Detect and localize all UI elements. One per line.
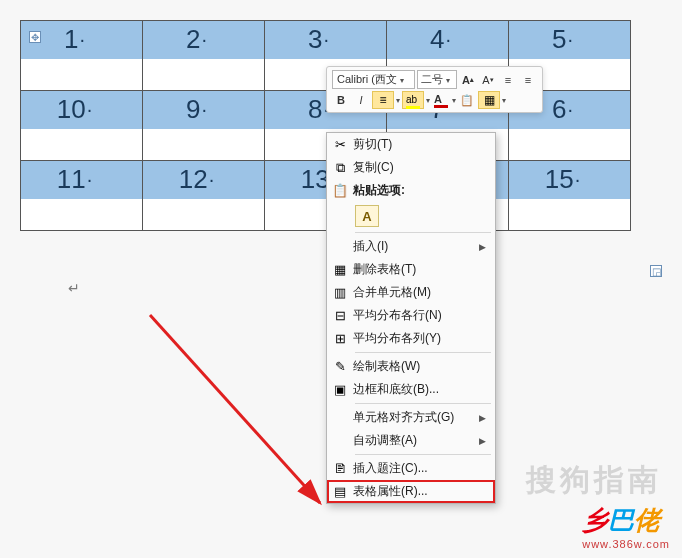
table-cell[interactable]: 9. [143,91,265,161]
cell-value: 15 [545,164,574,195]
menu-distribute-rows[interactable]: ⊟平均分布各行(N) [327,304,495,327]
submenu-arrow-icon: ▶ [479,242,489,252]
menu-paste-options-label: 📋粘贴选项: [327,179,495,202]
draw-table-icon: ✎ [327,359,353,374]
table-cell[interactable]: 12. [143,161,265,231]
shrink-font-button[interactable]: A▾ [479,71,497,89]
bold-button[interactable]: B [332,91,350,109]
font-color-dropdown[interactable]: ▾ [452,96,456,105]
properties-icon: ▤ [327,484,353,499]
italic-button[interactable]: I [352,91,370,109]
borders-icon: ▣ [327,382,353,397]
submenu-arrow-icon: ▶ [479,413,489,423]
cell-value: 9 [186,94,200,125]
table-cell[interactable]: 11. [21,161,143,231]
context-menu: ✂剪切(T) ⧉复制(C) 📋粘贴选项: A 插入(I)▶ ▦删除表格(T) ▥… [326,132,496,504]
menu-delete-table[interactable]: ▦删除表格(T) [327,258,495,281]
table-cell[interactable]: 10. [21,91,143,161]
caption-icon: 🖹 [327,461,353,476]
align-dropdown[interactable]: ▾ [396,96,400,105]
mini-toolbar: Calibri (西文▾ 二号▾ A▴ A▾ ≡ ≡ B I ≡ ▾ ab ▾ … [326,66,543,113]
highlight-button[interactable]: ab [402,91,424,109]
menu-cell-alignment[interactable]: 单元格对齐方式(G)▶ [327,406,495,429]
menu-cut[interactable]: ✂剪切(T) [327,133,495,156]
svg-line-0 [150,315,320,503]
paste-keep-text-button[interactable]: A [355,205,379,227]
table-cell[interactable]: 2. [143,21,265,91]
paste-icon: 📋 [327,183,353,198]
format-painter-button[interactable]: 📋 [458,91,476,109]
submenu-arrow-icon: ▶ [479,436,489,446]
menu-insert[interactable]: 插入(I)▶ [327,235,495,258]
grow-font-button[interactable]: A▴ [459,71,477,89]
font-color-button[interactable]: A [432,91,450,109]
align-center-button[interactable]: ≡ [372,91,394,109]
cell-value: 5 [552,24,566,55]
cell-value: 6 [552,94,566,125]
menu-table-properties[interactable]: ▤表格属性(R)... [327,480,495,503]
cell-value: 8 [308,94,322,125]
paste-options-row: A [327,202,495,230]
font-name-selector[interactable]: Calibri (西文▾ [332,70,415,89]
watermark-url: www.386w.com [582,538,670,550]
shading-dropdown[interactable]: ▾ [502,96,506,105]
cell-value: 11 [57,164,86,195]
watermark-brand: 乡巴佬 www.386w.com [582,503,670,550]
decrease-indent-button[interactable]: ≡ [499,71,517,89]
distribute-rows-icon: ⊟ [327,308,353,323]
font-size-selector[interactable]: 二号▾ [417,70,457,89]
cut-icon: ✂ [327,137,353,152]
cell-value: 4 [430,24,444,55]
watermark-faint: 搜狗指南 [526,460,662,501]
cell-value: 3 [308,24,322,55]
menu-copy[interactable]: ⧉复制(C) [327,156,495,179]
cell-value: 2 [186,24,200,55]
paragraph-mark: ↵ [68,280,80,296]
table-cell[interactable]: 15. [509,161,631,231]
delete-table-icon: ▦ [327,262,353,277]
cell-value: 10 [57,94,86,125]
menu-autofit[interactable]: 自动调整(A)▶ [327,429,495,452]
menu-merge-cells[interactable]: ▥合并单元格(M) [327,281,495,304]
distribute-cols-icon: ⊞ [327,331,353,346]
shading-button[interactable]: ▦ [478,91,500,109]
cell-value: 12 [179,164,208,195]
cell-value: 1 [64,24,78,55]
copy-icon: ⧉ [327,160,353,176]
menu-insert-caption[interactable]: 🖹插入题注(C)... [327,457,495,480]
increase-indent-button[interactable]: ≡ [519,71,537,89]
merge-cells-icon: ▥ [327,285,353,300]
highlight-dropdown[interactable]: ▾ [426,96,430,105]
menu-borders-shading[interactable]: ▣边框和底纹(B)... [327,378,495,401]
table-resize-handle[interactable]: ◲ [650,265,662,277]
menu-draw-table[interactable]: ✎绘制表格(W) [327,355,495,378]
menu-distribute-cols[interactable]: ⊞平均分布各列(Y) [327,327,495,350]
table-move-handle[interactable]: ✥ [29,31,41,43]
